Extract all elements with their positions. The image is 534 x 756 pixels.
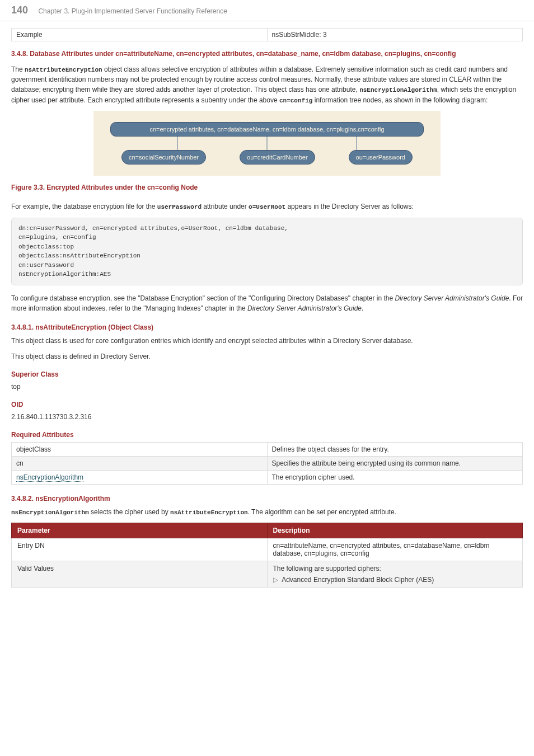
- oid-value: 2.16.840.1.113730.3.2.316: [11, 412, 523, 422]
- diagram-root-node: cn=encrypted attributes, cn=databaseName…: [110, 122, 424, 137]
- param-desc: cn=attributeName, cn=encrypted attribute…: [267, 538, 523, 561]
- table-row: Entry DN cn=attributeName, cn=encrypted …: [12, 538, 523, 561]
- attr-desc: Specifies the attribute being encrypted …: [267, 456, 523, 470]
- table-row: Valid Values The following are supported…: [12, 561, 523, 588]
- code-nsAttributeEncryption: nsAttributeEncryption: [25, 67, 102, 73]
- code-cn-config: cn=config: [279, 97, 312, 104]
- attr-desc: The encryption cipher used.: [267, 470, 523, 484]
- code-o-userroot: o=UserRoot: [249, 204, 285, 210]
- attr-name: nsEncryptionAlgorithm: [12, 470, 268, 484]
- table-row: nsEncryptionAlgorithm The encryption cip…: [12, 470, 523, 484]
- superior-class-value: top: [11, 382, 523, 392]
- em-admin-guide-2: Directory Server Administrator's Guide: [247, 304, 362, 312]
- code-nsAttributeEncryption-2: nsAttributeEncryption: [170, 509, 248, 516]
- example-intro-paragraph: For example, the database encryption fil…: [11, 201, 523, 212]
- page-number: 140: [11, 4, 28, 16]
- diagram-node-password: ou=userPassword: [349, 150, 413, 165]
- em-admin-guide-1: Directory Server Administrator's Guide: [395, 294, 509, 302]
- attr-name: objectClass: [12, 442, 268, 456]
- link-nsEncryptionAlgorithm[interactable]: nsEncryptionAlgorithm: [16, 473, 83, 482]
- code-block-ldif: dn:cn=userPassword, cn=encrypted attribu…: [11, 218, 523, 285]
- figure-caption: Figure 3.3. Encrypted Attributes under t…: [11, 184, 523, 191]
- table-row: objectClass Defines the object classes f…: [12, 442, 523, 456]
- attr-name: cn: [12, 456, 268, 470]
- required-attributes-table: objectClass Defines the object classes f…: [11, 442, 523, 485]
- bullet-icon: ▷: [273, 576, 278, 584]
- diagram: cn=encrypted attributes, cn=databaseName…: [93, 111, 441, 176]
- subsection-3481-heading: 3.4.8.1. nsAttributeEncryption (Object C…: [11, 323, 523, 331]
- section-348-paragraph: The nsAttributeEncryption object class a…: [11, 64, 523, 106]
- oid-heading: OID: [11, 401, 523, 408]
- bullet-text: Advanced Encryption Standard Block Ciphe…: [282, 576, 434, 584]
- param-header-description: Description: [267, 523, 523, 538]
- section-348-heading: 3.4.8. Database Attributes under cn=attr…: [11, 49, 523, 59]
- diagram-node-ssn: cn=socialSecurityNumber: [121, 150, 206, 165]
- code-nsEncryptionAlgorithm-2: nsEncryptionAlgorithm: [11, 509, 89, 516]
- diagram-connectors: [110, 137, 424, 150]
- example-value: nsSubStrMiddle: 3: [267, 29, 523, 41]
- subsection-3481-p2: This object class is defined in Director…: [11, 351, 523, 361]
- superior-class-heading: Superior Class: [11, 370, 523, 378]
- required-attributes-heading: Required Attributes: [11, 431, 523, 439]
- param-name: Entry DN: [12, 538, 268, 561]
- attr-desc: Defines the object classes for the entry…: [267, 442, 523, 456]
- parameter-table: Parameter Description Entry DN cn=attrib…: [11, 523, 523, 588]
- subsection-3482-paragraph: nsEncryptionAlgorithm selects the cipher…: [11, 507, 523, 518]
- page-content: Example nsSubStrMiddle: 3 3.4.8. Databas…: [0, 21, 534, 604]
- chapter-title: Chapter 3. Plug-in Implemented Server Fu…: [38, 7, 227, 15]
- example-label: Example: [12, 29, 268, 41]
- example-table: Example nsSubStrMiddle: 3: [11, 28, 523, 41]
- subsection-3481-p1: This object class is used for core confi…: [11, 336, 523, 346]
- subsection-3482-heading: 3.4.8.2. nsEncryptionAlgorithm: [11, 495, 523, 503]
- page-header: 140 Chapter 3. Plug-in Implemented Serve…: [0, 0, 534, 21]
- table-row: cn Specifies the attribute being encrypt…: [12, 456, 523, 470]
- configure-paragraph: To configure database encryption, see th…: [11, 293, 523, 313]
- diagram-container: cn=encrypted attributes, cn=databaseName…: [11, 111, 523, 176]
- code-userPassword: userPassword: [157, 204, 202, 210]
- param-desc: The following are supported ciphers: ▷ A…: [267, 561, 523, 588]
- param-header-parameter: Parameter: [12, 523, 268, 538]
- diagram-node-credit: ou=creditCardNumber: [240, 150, 315, 165]
- param-name: Valid Values: [12, 561, 268, 588]
- code-nsEncryptionAlgorithm: nsEncryptionAlgorithm: [359, 87, 437, 93]
